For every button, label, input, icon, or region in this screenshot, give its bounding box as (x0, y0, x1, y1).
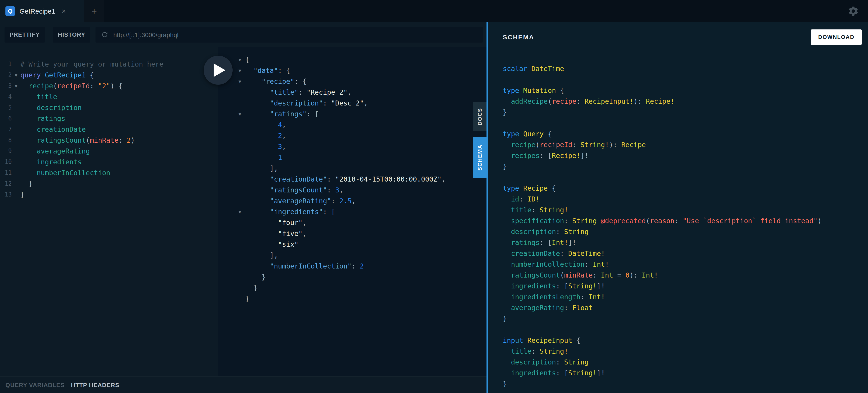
new-tab-button[interactable]: + (84, 0, 104, 22)
code-text: description: String (503, 226, 589, 237)
code-text: input RecipeInput { (503, 335, 580, 346)
code-text: "ingredients": [ (245, 207, 335, 217)
fold-arrow-icon[interactable]: ▾ (12, 81, 20, 91)
reload-icon[interactable] (101, 31, 109, 38)
fold-arrow-icon[interactable]: ▾ (235, 65, 245, 76)
schema-line: description: String (503, 226, 868, 237)
schema-line: numberInCollection: Int! (503, 259, 868, 270)
response-line: "four", (218, 217, 487, 228)
response-line: "averageRating": 2.5, (218, 195, 487, 207)
fold-spacer (12, 157, 20, 168)
endpoint-url-input[interactable]: http://[::1]:3000/graphql (96, 27, 483, 42)
fold-arrow-icon[interactable]: ▾ (235, 54, 245, 65)
schema-line: title: String! (503, 346, 868, 357)
schema-line: averageRating: Float (503, 302, 868, 313)
code-text: } (245, 272, 266, 282)
fold-spacer (235, 174, 245, 185)
code-text: specification: String @deprecated(reason… (503, 215, 822, 226)
code-text: description: String (503, 357, 589, 368)
response-line: ▾ "ratings": [ (218, 109, 487, 120)
code-text: ratings: [Int!]! (503, 237, 576, 248)
code-text: 4, (245, 120, 286, 130)
schema-line: addRecipe(recipe: RecipeInput!): Recipe! (503, 96, 868, 107)
tab-schema[interactable]: SCHEMA (473, 137, 487, 178)
tab-close-icon[interactable]: × (62, 7, 66, 15)
schema-line: } (503, 379, 868, 389)
fold-spacer (12, 189, 20, 200)
line-number: 5 (0, 102, 12, 113)
code-text: } (20, 189, 25, 200)
line-number: 7 (0, 124, 12, 135)
settings-gear-icon[interactable] (848, 5, 859, 17)
code-text: "averageRating": 2.5, (245, 195, 356, 207)
code-text: "data": { (245, 65, 290, 76)
fold-spacer (12, 91, 20, 102)
response-line: ▾{ (218, 54, 487, 65)
response-line: 4, (218, 120, 487, 130)
fold-spacer (235, 120, 245, 130)
schema-line: } (503, 107, 868, 118)
code-text: ingredients (20, 157, 82, 168)
code-text: } (503, 379, 507, 389)
panel-divider[interactable] (487, 22, 488, 393)
schema-line: input RecipeInput { (503, 335, 868, 346)
editor-line: 11 numberInCollection (0, 168, 218, 178)
prettify-button[interactable]: PRETTIFY (4, 27, 45, 42)
editor-line: 8 ratingsCount(minRate: 2) (0, 135, 218, 146)
code-text: "title": "Recipe 2", (245, 87, 352, 98)
graphql-playground-window: Q GetRecipe1 × + PRETTIFY HISTORY http:/… (0, 0, 868, 393)
schema-line: recipe(recipeId: String!): Recipe (503, 140, 868, 150)
line-number: 2 (0, 70, 12, 81)
fold-arrow-icon[interactable]: ▾ (235, 207, 245, 217)
response-line: "title": "Recipe 2", (218, 87, 487, 98)
response-line: 2, (218, 130, 487, 141)
tab-docs[interactable]: DOCS (473, 102, 487, 131)
code-text: averageRating (20, 146, 90, 157)
code-text: query GetRecipe1 { (20, 70, 94, 81)
line-number: 6 (0, 113, 12, 124)
schema-line: } (503, 313, 868, 324)
fold-arrow-icon[interactable]: ▾ (235, 76, 245, 87)
code-text: ratings (20, 113, 65, 124)
code-text: } (245, 293, 249, 304)
fold-spacer (12, 178, 20, 189)
editor-line: 4 title (0, 91, 218, 102)
schema-line: } (503, 161, 868, 172)
code-text: scalar DateTime (503, 63, 564, 74)
fold-arrow-icon[interactable]: ▾ (235, 109, 245, 120)
fold-spacer (12, 102, 20, 113)
code-text: 3, (245, 141, 286, 152)
code-text: ratingsCount(minRate: 2) (20, 135, 135, 146)
code-text: ingredients: [String!]! (503, 281, 605, 292)
session-tab[interactable]: Q GetRecipe1 × (0, 0, 84, 22)
download-schema-button[interactable]: DOWNLOAD (811, 29, 862, 45)
query-editor[interactable]: 1# Write your query or mutation here2▾qu… (0, 47, 218, 377)
execute-button[interactable] (204, 56, 232, 85)
schema-header: SCHEMA DOWNLOAD (488, 22, 868, 52)
response-line: "numberInCollection": 2 (218, 261, 487, 272)
fold-spacer (235, 163, 245, 174)
history-button[interactable]: HISTORY (53, 27, 90, 42)
code-text: # Write your query or mutation here (20, 59, 163, 70)
fold-spacer (12, 124, 20, 135)
variables-bar: QUERY VARIABLES HTTP HEADERS (0, 376, 487, 393)
response-line: ], (218, 250, 487, 261)
fold-arrow-icon[interactable]: ▾ (12, 70, 20, 81)
line-number: 12 (0, 178, 12, 189)
code-text: "creationDate": "2018-04-15T00:00:00.000… (245, 174, 445, 185)
response-line: 1 (218, 152, 487, 163)
query-variables-tab[interactable]: QUERY VARIABLES (5, 382, 65, 388)
editor-line: 3▾ recipe(recipeId: "2") { (0, 81, 218, 91)
schema-line: specification: String @deprecated(reason… (503, 215, 868, 226)
response-line: ▾ "ingredients": [ (218, 207, 487, 217)
fold-spacer (12, 113, 20, 124)
response-line: } (218, 282, 487, 293)
tab-title: GetRecipe1 (20, 7, 55, 15)
editor-line: 1# Write your query or mutation here (0, 59, 218, 70)
schema-line: ingredients: [String!]! (503, 281, 868, 292)
fold-spacer (235, 261, 245, 272)
fold-spacer (235, 228, 245, 239)
code-text: "five", (245, 228, 307, 239)
http-headers-tab[interactable]: HTTP HEADERS (71, 382, 120, 388)
fold-spacer (235, 282, 245, 293)
